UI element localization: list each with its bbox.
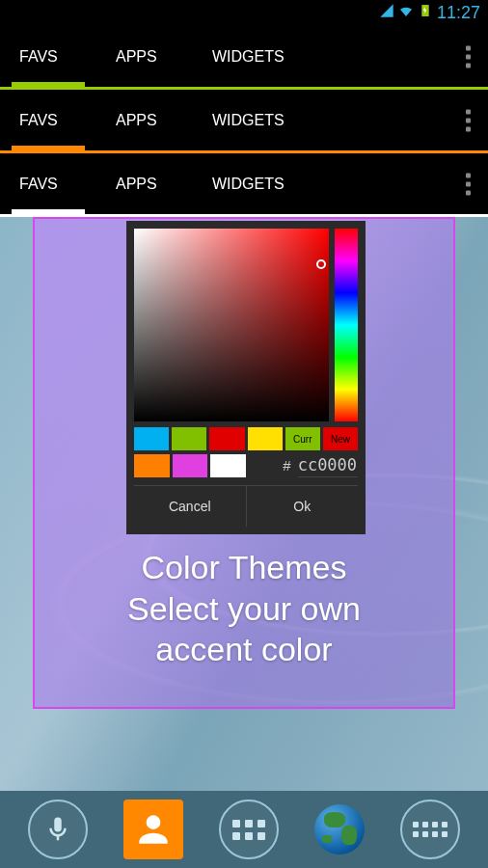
overflow-icon[interactable] bbox=[466, 109, 471, 131]
status-time: 11:27 bbox=[437, 3, 480, 23]
swatch[interactable] bbox=[172, 427, 206, 450]
app-drawer-button[interactable] bbox=[219, 800, 279, 859]
overflow-icon[interactable] bbox=[466, 173, 471, 195]
swatch[interactable] bbox=[248, 427, 283, 450]
tab-widgets[interactable]: WIDGETS bbox=[193, 153, 289, 214]
tab-favs[interactable]: FAVS bbox=[0, 153, 96, 214]
saturation-value-area[interactable] bbox=[134, 229, 329, 421]
contacts-button[interactable] bbox=[123, 800, 183, 859]
status-bar: 11:27 bbox=[0, 0, 488, 26]
overflow-icon[interactable] bbox=[466, 45, 471, 68]
tab-favs[interactable]: FAVS bbox=[0, 90, 96, 150]
tab-bar-orange: FAVS APPS WIDGETS bbox=[0, 90, 488, 153]
new-color-swatch[interactable]: New bbox=[323, 427, 358, 450]
wifi-icon bbox=[398, 3, 414, 23]
swatch[interactable] bbox=[134, 427, 169, 450]
swatch-row-1: Curr New bbox=[134, 427, 358, 450]
grid-icon bbox=[413, 822, 447, 837]
swatch[interactable] bbox=[210, 454, 246, 477]
tab-widgets[interactable]: WIDGETS bbox=[193, 90, 289, 150]
swatch[interactable] bbox=[173, 454, 208, 477]
current-color-swatch[interactable]: Curr bbox=[285, 427, 320, 450]
apps-button[interactable] bbox=[400, 800, 460, 859]
voice-button[interactable] bbox=[28, 800, 88, 859]
dock bbox=[0, 791, 488, 868]
grid-icon bbox=[232, 820, 265, 840]
tab-bar-green: FAVS APPS WIDGETS bbox=[0, 26, 488, 90]
tab-bar-white: FAVS APPS WIDGETS bbox=[0, 153, 488, 217]
tab-favs[interactable]: FAVS bbox=[0, 26, 96, 87]
hex-hash: # bbox=[249, 457, 295, 474]
swatch[interactable] bbox=[209, 427, 244, 450]
marketing-text: Color Themes Select your own accent colo… bbox=[35, 547, 453, 670]
color-picker-dialog: Curr New # cc0000 Cancel Ok bbox=[126, 221, 366, 534]
globe-icon bbox=[314, 804, 365, 854]
cancel-button[interactable]: Cancel bbox=[134, 486, 247, 527]
swatch-row-2: # cc0000 bbox=[134, 453, 358, 477]
signal-icon bbox=[379, 3, 394, 23]
sv-cursor[interactable] bbox=[316, 259, 326, 269]
browser-button[interactable] bbox=[314, 804, 365, 854]
tab-apps[interactable]: APPS bbox=[96, 26, 193, 87]
marketing-line: Select your own bbox=[35, 588, 453, 630]
tab-widgets[interactable]: WIDGETS bbox=[193, 26, 289, 87]
hue-slider[interactable] bbox=[335, 229, 358, 421]
marketing-line: accent color bbox=[35, 629, 453, 670]
tab-apps[interactable]: APPS bbox=[96, 153, 193, 214]
swatch[interactable] bbox=[134, 454, 170, 477]
feature-overlay: Curr New # cc0000 Cancel Ok Color Themes… bbox=[33, 217, 455, 709]
marketing-line: Color Themes bbox=[35, 547, 453, 588]
hex-input[interactable]: cc0000 bbox=[298, 453, 358, 477]
tab-apps[interactable]: APPS bbox=[96, 90, 193, 150]
battery-charging-icon bbox=[418, 3, 433, 23]
ok-button[interactable]: Ok bbox=[247, 486, 359, 527]
